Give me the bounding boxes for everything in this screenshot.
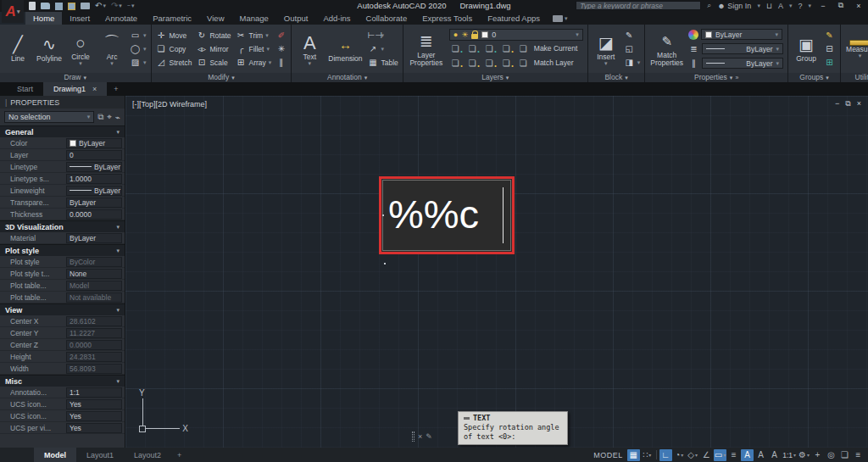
panel-utilities-label[interactable]: Utilities▾ bbox=[841, 73, 868, 82]
osnap-dropdown-icon[interactable]: ▾ bbox=[723, 452, 726, 458]
circle-button[interactable]: ○Circle▾ bbox=[67, 33, 94, 65]
arc-dropdown-icon[interactable]: ▾ bbox=[110, 61, 114, 65]
snap-dropdown-icon[interactable]: ▾ bbox=[648, 452, 651, 458]
annotation-scale-button[interactable]: A bbox=[768, 449, 781, 461]
annotation-monitor-button[interactable]: + bbox=[811, 449, 824, 461]
block-attributes-button[interactable]: ◨▾ bbox=[624, 56, 641, 69]
layout1-tab[interactable]: Layout1 bbox=[76, 448, 124, 462]
save-button[interactable] bbox=[55, 3, 63, 10]
isodraft-toggle[interactable]: ◇▾ bbox=[687, 449, 699, 461]
erase-button[interactable]: ✐ bbox=[275, 29, 287, 42]
prop-value-layer[interactable]: 0 bbox=[66, 150, 122, 160]
groups-expand-icon[interactable]: ▾ bbox=[826, 73, 829, 82]
snap-mode-toggle[interactable]: ∷▾ bbox=[641, 449, 654, 461]
text-button[interactable]: AText▾ bbox=[296, 33, 323, 65]
tab-start[interactable]: Start bbox=[7, 82, 43, 96]
panel-annotation-label[interactable]: Annotation▾ bbox=[292, 73, 402, 82]
window-close-button[interactable]: × bbox=[853, 2, 865, 10]
layer-thaw-all-icon[interactable]: ❏• bbox=[466, 58, 479, 68]
new-file-button[interactable] bbox=[29, 2, 36, 10]
scale-button[interactable]: ⊡Scale bbox=[196, 56, 231, 69]
tab-manage[interactable]: Manage bbox=[232, 12, 276, 25]
model-space-label[interactable]: MODEL bbox=[593, 451, 623, 459]
layout2-tab[interactable]: Layout2 bbox=[124, 448, 171, 462]
table-button[interactable]: ▦Table bbox=[367, 56, 398, 69]
select-objects-icon[interactable]: ⌖ bbox=[107, 112, 112, 122]
polar-dropdown-icon[interactable]: ▾ bbox=[681, 452, 683, 458]
lineweight-dropdown[interactable]: ByLayer▾ bbox=[702, 43, 783, 54]
object-snap-tracking-toggle[interactable]: ∠ bbox=[700, 449, 713, 461]
tab-output[interactable]: Output bbox=[276, 12, 316, 25]
redo-dropdown-icon[interactable]: ▾ bbox=[119, 2, 122, 10]
annotation-autoscale-toggle[interactable]: A bbox=[754, 449, 767, 461]
customization-menu-button[interactable]: ≡ bbox=[852, 449, 865, 461]
linear-dimension-button[interactable]: ⊢⊣▾ bbox=[367, 29, 398, 42]
leader-button[interactable]: ↗▾ bbox=[367, 42, 398, 55]
tab-parametric[interactable]: Parametric bbox=[145, 12, 199, 25]
hatch-dropdown-icon[interactable]: ▾ bbox=[143, 59, 147, 66]
tab-featured-apps[interactable]: Featured Apps bbox=[480, 12, 548, 25]
isolate-objects-button[interactable]: ◎ bbox=[825, 449, 837, 461]
redo-button[interactable]: ↷▾ bbox=[111, 2, 122, 10]
model-tab[interactable]: Model bbox=[34, 448, 76, 462]
drawing-close-button[interactable]: × bbox=[857, 99, 861, 109]
group-manager-button[interactable]: ⊞ bbox=[824, 56, 835, 69]
plot-button[interactable] bbox=[81, 3, 90, 9]
tab-collaborate[interactable]: Collaborate bbox=[359, 12, 415, 25]
tab-insert[interactable]: Insert bbox=[62, 12, 97, 25]
leader-dropdown-icon[interactable]: ▾ bbox=[381, 46, 384, 53]
fillet-dropdown-icon[interactable]: ▾ bbox=[266, 46, 270, 53]
toggle-pickadd-icon[interactable]: ⧉ bbox=[97, 112, 103, 122]
app-store-icon[interactable]: ⊔ bbox=[766, 2, 772, 10]
sign-in-button[interactable]: ☻ Sign In bbox=[717, 2, 751, 10]
modify-expand-icon[interactable]: ▾ bbox=[231, 73, 235, 82]
properties-palette-header[interactable]: |PROPERTIES bbox=[0, 96, 125, 109]
object-snap-toggle[interactable]: ▭▾ bbox=[714, 449, 726, 461]
panel-groups-label[interactable]: Groups▾ bbox=[788, 73, 840, 82]
tab-annotate[interactable]: Annotate bbox=[97, 12, 145, 25]
layer-unlock-all-icon[interactable]: ❏• bbox=[500, 58, 513, 68]
drawing-minimize-button[interactable]: − bbox=[835, 99, 839, 109]
section-misc[interactable]: Misc▾ bbox=[0, 375, 125, 387]
section-plot-style[interactable]: Plot style▾ bbox=[0, 244, 125, 256]
text-dropdown-icon[interactable]: ▾ bbox=[309, 61, 312, 65]
annotation-scale-dropdown-icon[interactable]: ▾ bbox=[793, 452, 796, 458]
layer-on-all-icon[interactable]: ❏• bbox=[483, 58, 496, 68]
arc-button[interactable]: ⌒Arc▾ bbox=[98, 33, 125, 65]
tab-express-tools[interactable]: Express Tools bbox=[415, 12, 480, 25]
help-search-input[interactable] bbox=[576, 1, 701, 10]
ortho-mode-toggle[interactable]: ∟ bbox=[659, 449, 672, 461]
rectangle-dropdown-icon[interactable]: ▾ bbox=[143, 32, 147, 39]
section-view[interactable]: View▾ bbox=[0, 303, 125, 315]
workspace-dropdown-icon[interactable]: ▾ bbox=[807, 452, 810, 458]
tab-home[interactable]: Home bbox=[25, 12, 62, 25]
stretch-button[interactable]: ◿Stretch bbox=[156, 56, 192, 69]
section-general-collapse-icon[interactable]: ▾ bbox=[116, 129, 120, 136]
insert-dropdown-icon[interactable]: ▾ bbox=[604, 61, 608, 65]
workspace-switching-button[interactable]: ⚙▾ bbox=[798, 449, 810, 461]
prop-value-linetype[interactable]: ByLayer bbox=[66, 162, 122, 172]
prop-value-annotation-scale[interactable]: 1:1 bbox=[66, 387, 122, 398]
array-button[interactable]: ⊞Array▾ bbox=[236, 56, 272, 69]
section-3d-collapse-icon[interactable]: ▾ bbox=[116, 224, 120, 231]
layer-off-icon[interactable]: ❏• bbox=[483, 44, 496, 53]
insert-button[interactable]: ◪Insert▾ bbox=[593, 33, 620, 65]
trim-button[interactable]: ✂Trim▾ bbox=[236, 29, 272, 42]
hatch-button[interactable]: ▨▾ bbox=[130, 56, 147, 69]
make-current-button[interactable]: Make Current bbox=[534, 44, 578, 53]
layer-isolate-icon[interactable]: ❏• bbox=[449, 44, 462, 53]
ribbon-display-toggle[interactable]: ▾ bbox=[548, 12, 573, 25]
isodraft-dropdown-icon[interactable]: ▾ bbox=[695, 452, 698, 458]
draw-expand-icon[interactable]: ▾ bbox=[83, 73, 86, 82]
ellipse-button[interactable]: ◯▾ bbox=[130, 42, 147, 55]
explode-button[interactable]: ✳ bbox=[275, 42, 287, 55]
layer-lock-icon[interactable]: ❏• bbox=[500, 44, 513, 53]
match-layer-button[interactable]: Match Layer bbox=[534, 58, 574, 67]
offset-button[interactable]: ∥ bbox=[275, 56, 287, 69]
mirror-button[interactable]: ◃▹Mirror bbox=[196, 42, 231, 55]
clean-screen-button[interactable]: ❏ bbox=[838, 449, 851, 461]
selection-dropdown[interactable]: No selection▾ bbox=[4, 111, 94, 123]
help-dropdown-icon[interactable]: ▾ bbox=[808, 3, 811, 9]
group-edit-button[interactable]: ✎ bbox=[824, 29, 835, 42]
open-file-button[interactable] bbox=[41, 3, 50, 9]
